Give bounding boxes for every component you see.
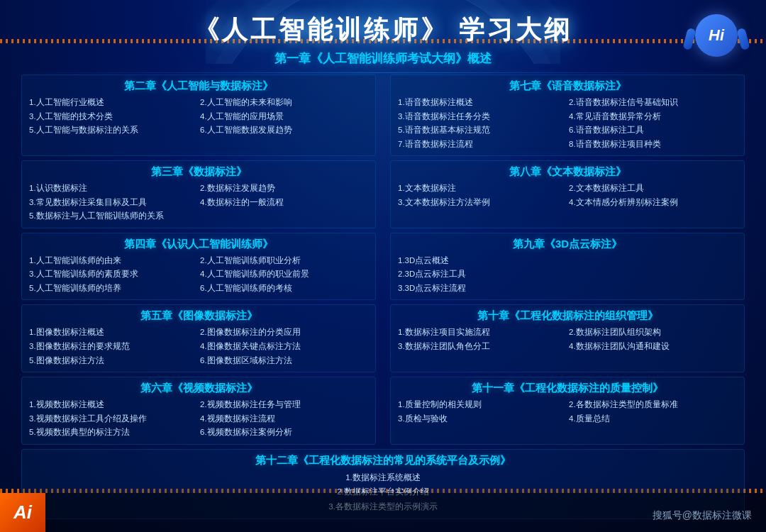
chapter-seven-item-8: 8.语音数据标注项目种类 xyxy=(569,138,737,152)
chapter-eleven-title: 第十一章《工程化数据标注的质量控制》 xyxy=(398,382,737,395)
chapter-seven-item-5: 5.语音数据基本标注规范 xyxy=(398,123,566,138)
chapter-three-item-2: 2.数据标注发展趋势 xyxy=(200,182,368,196)
main-content: 《人工智能训练师》 学习大纲 第一章《人工智能训练师考试大纲》概述 第二章《人工… xyxy=(0,0,766,525)
chapter-three-item-3: 3.常见数据标注采集目标及工具 xyxy=(29,196,197,210)
chapter-eight-item-3: 3.文本数据标注方法举例 xyxy=(398,196,566,210)
chapter-six-item-2: 2.视频数据标注任务与管理 xyxy=(200,398,368,412)
chapter-seven-item-1: 1.语音数据标注概述 xyxy=(398,96,566,110)
chapters-grid: 第二章《人工智能与数据标注》 1.人工智能行业概述 2.人工智能的未来和影响 3… xyxy=(21,74,745,445)
chapter-six-item-1: 1.视频数据标注概述 xyxy=(29,398,197,412)
chapter-five-items: 1.图像数据标注概述 2.图像数据标注的分类应用 3.图像数据标注的要求规范 4… xyxy=(29,326,368,367)
chapter-five-item-3: 3.图像数据标注的要求规范 xyxy=(29,340,197,354)
chapter-four-item-2: 2.人工智能训练师职业分析 xyxy=(200,254,368,268)
chapter-eight-item-1: 1.文本数据标注 xyxy=(398,182,566,196)
chapter-seven-item-7: 7.语音数据标注流程 xyxy=(398,138,566,152)
chapter-two-title: 第二章《人工智能与数据标注》 xyxy=(29,79,368,93)
chapter-ten-item-3: 3.数据标注团队角色分工 xyxy=(398,340,566,354)
chapter-two-item-6: 6.人工智能数据发展趋势 xyxy=(200,123,368,138)
chapter-eight-block: 第八章《文本数据标注》 1.文本数据标注 2.文本数据标注工具 3.文本数据标注… xyxy=(390,160,745,228)
chapter-nine-item-2: 2.3D点云标注工具 xyxy=(398,267,737,282)
chapter-two-item-1: 1.人工智能行业概述 xyxy=(29,96,197,110)
chapter-six-title: 第六章《视频数据标注》 xyxy=(29,382,368,395)
chapter-five-item-4: 4.图像数据关键点标注方法 xyxy=(200,340,368,354)
chapter-six-items: 1.视频数据标注概述 2.视频数据标注任务与管理 3.视频数据标注工具介绍及操作… xyxy=(29,398,368,440)
chapter-four-item-1: 1.人工智能训练师的由来 xyxy=(29,254,197,268)
chapter-eleven-block: 第十一章《工程化数据标注的质量控制》 1.质量控制的相关规则 2.各数据标注类型… xyxy=(390,377,745,445)
chapter-nine-item-1: 1.3D点云概述 xyxy=(398,254,737,268)
chapter-seven-items: 1.语音数据标注概述 2.语音数据标注信号基础知识 3.语音数据标注任务分类 4… xyxy=(398,96,737,151)
chapter-five-item-2: 2.图像数据标注的分类应用 xyxy=(200,326,368,340)
chapter-eight-item-4: 4.文本情感分析辨别标注案例 xyxy=(569,196,737,210)
chapter-ten-item-2: 2.数据标注团队组织架构 xyxy=(569,326,737,340)
chapter-nine-block: 第九章《3D点云标注》 1.3D点云概述 2.3D点云标注工具 3.3D点云标注… xyxy=(390,233,745,301)
chapter-four-items: 1.人工智能训练师的由来 2.人工智能训练师职业分析 3.人工智能训练师的素质要… xyxy=(29,254,368,296)
chapter-eleven-item-4: 4.质量总结 xyxy=(569,412,737,426)
bottom-bar: Ai xyxy=(0,493,766,532)
chapter-seven-block: 第七章《语音数据标注》 1.语音数据标注概述 2.语音数据标注信号基础知识 3.… xyxy=(390,74,745,156)
chapter-one-title: 第一章《人工智能训练师考试大纲》概述 xyxy=(21,50,745,67)
chapter-twelve-item-1: 1.数据标注系统概述 xyxy=(29,470,737,485)
chapter-seven-item-2: 2.语音数据标注信号基础知识 xyxy=(569,96,737,110)
chapter-ten-block: 第十章《工程化数据标注的组织管理》 1.数据标注项目实施流程 2.数据标注团队组… xyxy=(390,304,745,372)
chapter-eleven-item-1: 1.质量控制的相关规则 xyxy=(398,398,566,412)
chapter-seven-item-3: 3.语音数据标注任务分类 xyxy=(398,110,566,124)
chapter-seven-item-4: 4.常见语音数据异常分析 xyxy=(569,110,737,124)
chapter-nine-title: 第九章《3D点云标注》 xyxy=(398,238,737,251)
chapter-eleven-item-2: 2.各数据标注类型的质量标准 xyxy=(569,398,737,412)
chapter-nine-items: 1.3D点云概述 2.3D点云标注工具 3.3D点云标注流程 xyxy=(398,254,737,296)
chapter-five-item-5: 5.图像数据标注方法 xyxy=(29,354,197,368)
chapter-five-title: 第五章《图像数据标注》 xyxy=(29,309,368,323)
chapter-eleven-item-3: 3.质检与验收 xyxy=(398,412,566,426)
chapter-three-items: 1.认识数据标注 2.数据标注发展趋势 3.常见数据标注采集目标及工具 4.数据… xyxy=(29,182,368,223)
chapter-four-title: 第四章《认识人工智能训练师》 xyxy=(29,238,368,251)
chapter-eight-items: 1.文本数据标注 2.文本数据标注工具 3.文本数据标注方法举例 4.文本情感分… xyxy=(398,182,737,209)
chapter-four-item-5: 5.人工智能训练师的培养 xyxy=(29,282,197,296)
watermark: 搜狐号@数据标注微课 xyxy=(653,509,752,522)
chapter-seven-title: 第七章《语音数据标注》 xyxy=(398,79,737,93)
chapter-two-items: 1.人工智能行业概述 2.人工智能的未来和影响 3.人工智能的技术分类 4.人工… xyxy=(29,96,368,138)
chapter-six-item-3: 3.视频数据标注工具介绍及操作 xyxy=(29,412,197,426)
chapter-two-item-2: 2.人工智能的未来和影响 xyxy=(200,96,368,110)
ai-logo: Ai xyxy=(0,493,45,532)
chapter-five-item-6: 6.图像数据区域标注方法 xyxy=(200,354,368,368)
chapter-four-block: 第四章《认识人工智能训练师》 1.人工智能训练师的由来 2.人工智能训练师职业分… xyxy=(21,233,376,301)
chapter-five-block: 第五章《图像数据标注》 1.图像数据标注概述 2.图像数据标注的分类应用 3.图… xyxy=(21,304,376,372)
chapter-two-item-3: 3.人工智能的技术分类 xyxy=(29,110,197,124)
main-title: 《人工智能训练师》 学习大纲 xyxy=(21,6,745,50)
chapter-three-item-4: 4.数据标注的一般流程 xyxy=(200,196,368,210)
divider xyxy=(21,72,745,73)
chapter-three-item-5: 5.数据标注与人工智能训练师的关系 xyxy=(29,209,197,223)
chapter-three-title: 第三章《数据标注》 xyxy=(29,165,368,179)
chapter-four-item-4: 4.人工智能训练师的职业前景 xyxy=(200,267,368,282)
robot-face-text: Hi xyxy=(709,26,724,45)
chapter-two-block: 第二章《人工智能与数据标注》 1.人工智能行业概述 2.人工智能的未来和影响 3… xyxy=(21,74,376,156)
chapter-four-item-3: 3.人工智能训练师的素质要求 xyxy=(29,267,197,282)
chapter-six-item-4: 4.视频数据标注流程 xyxy=(200,412,368,426)
chapter-six-item-5: 5.视频数据典型的标注方法 xyxy=(29,426,197,440)
chapter-twelve-title: 第十二章《工程化数据标注的常见的系统平台及示例》 xyxy=(29,454,737,467)
chapter-seven-item-6: 6.语音数据标注工具 xyxy=(569,123,737,138)
chapter-four-item-6: 6.人工智能训练师的考核 xyxy=(200,282,368,296)
chapter-eleven-items: 1.质量控制的相关规则 2.各数据标注类型的质量标准 3.质检与验收 4.质量总… xyxy=(398,398,737,426)
chapter-six-item-6: 6.视频数据标注案例分析 xyxy=(200,426,368,440)
chapter-six-block: 第六章《视频数据标注》 1.视频数据标注概述 2.视频数据标注任务与管理 3.视… xyxy=(21,377,376,445)
robot-mascot: Hi xyxy=(684,4,748,67)
chapter-ten-item-1: 1.数据标注项目实施流程 xyxy=(398,326,566,340)
chapter-eight-item-2: 2.文本数据标注工具 xyxy=(569,182,737,196)
chapter-three-item-1: 1.认识数据标注 xyxy=(29,182,197,196)
chapter-ten-title: 第十章《工程化数据标注的组织管理》 xyxy=(398,309,737,323)
chapter-two-item-4: 4.人工智能的应用场景 xyxy=(200,110,368,124)
chapter-ten-item-4: 4.数据标注团队沟通和建设 xyxy=(569,340,737,354)
chapter-three-block: 第三章《数据标注》 1.认识数据标注 2.数据标注发展趋势 3.常见数据标注采集… xyxy=(21,160,376,228)
chapter-eight-title: 第八章《文本数据标注》 xyxy=(398,165,737,179)
chapter-ten-items: 1.数据标注项目实施流程 2.数据标注团队组织架构 3.数据标注团队角色分工 4… xyxy=(398,326,737,353)
chapter-five-item-1: 1.图像数据标注概述 xyxy=(29,326,197,340)
chapter-two-item-5: 5.人工智能与数据标注的关系 xyxy=(29,123,197,138)
chapter-nine-item-3: 3.3D点云标注流程 xyxy=(398,282,737,296)
